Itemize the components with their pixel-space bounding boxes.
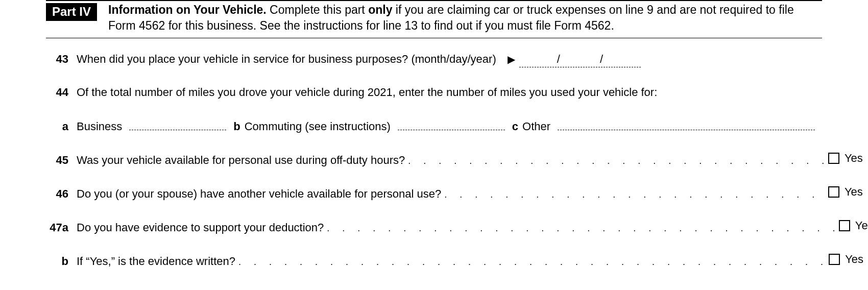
line-44-text: Of the total number of miles you drove y… <box>77 86 657 99</box>
line-43-text: When did you place your vehicle in servi… <box>77 53 496 66</box>
yes-label: Yes <box>845 152 863 165</box>
leader-dots <box>441 189 824 200</box>
line-44b-num: b <box>233 120 240 133</box>
line-47a-text: Do you have evidence to support your ded… <box>77 221 324 234</box>
part-header: Part IV Information on Your Vehicle. Com… <box>46 2 822 38</box>
yes-label: Yes <box>845 185 863 199</box>
line-47b: b If “Yes,” is the evidence written? Yes… <box>46 253 822 268</box>
part-title: Information on Your Vehicle. Complete th… <box>108 2 822 34</box>
line-number: 47a <box>46 221 77 234</box>
line-44b-label: Commuting (see instructions) <box>245 120 391 133</box>
line-43: 43 When did you place your vehicle in se… <box>46 53 822 67</box>
line-44c-value[interactable] <box>558 117 815 130</box>
arrow-icon: ▶ <box>508 53 515 65</box>
leader-dots <box>405 156 824 166</box>
yes-label: Yes <box>855 219 868 232</box>
line-44: 44 Of the total number of miles you drov… <box>46 86 822 99</box>
line-number: b <box>46 255 77 268</box>
line-47a-yes-checkbox[interactable] <box>839 220 850 231</box>
line-44c-num: c <box>512 120 518 133</box>
leader-dots <box>324 223 834 234</box>
part-title-text-a: Complete this part <box>267 3 368 16</box>
line-44a-label: Business <box>77 120 122 133</box>
part-title-bold: Information on Your Vehicle. <box>108 3 267 16</box>
part-title-only: only <box>368 3 392 16</box>
line-45: 45 Was your vehicle available for person… <box>46 152 822 167</box>
date-separator: / <box>598 53 605 66</box>
date-separator: / <box>555 53 562 66</box>
part-badge: Part IV <box>46 3 97 21</box>
line-43-date-field[interactable]: / / <box>519 53 641 67</box>
line-47b-yes-checkbox[interactable] <box>829 254 840 265</box>
line-number: a <box>46 120 77 133</box>
line-44-subrow: a Business b Commuting (see instructions… <box>46 117 822 133</box>
leader-dots <box>235 257 825 268</box>
line-45-yes-checkbox[interactable] <box>828 153 839 164</box>
yes-label: Yes <box>845 253 863 266</box>
line-number: 45 <box>46 154 77 167</box>
line-46: 46 Do you (or your spouse) have another … <box>46 185 822 201</box>
line-46-text: Do you (or your spouse) have another veh… <box>77 187 441 201</box>
line-44c-label: Other <box>522 120 550 133</box>
line-45-text: Was your vehicle available for personal … <box>77 154 405 167</box>
line-47a: 47a Do you have evidence to support your… <box>46 219 822 234</box>
line-number: 46 <box>46 187 77 201</box>
line-44b-value[interactable] <box>398 117 505 130</box>
line-46-yes-checkbox[interactable] <box>828 186 839 198</box>
line-number: 43 <box>46 53 77 66</box>
line-44a-value[interactable] <box>129 117 226 130</box>
line-47b-text: If “Yes,” is the evidence written? <box>77 255 235 268</box>
line-number: 44 <box>46 86 77 99</box>
